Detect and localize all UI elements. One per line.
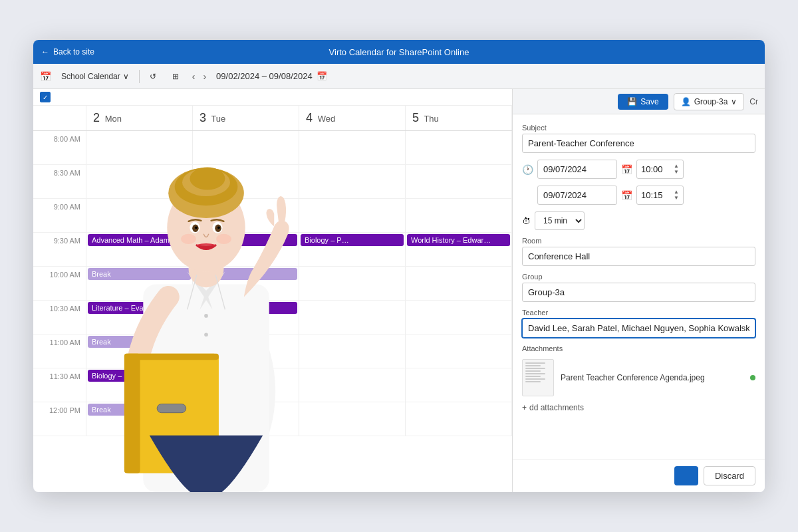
calendar-picker-icon[interactable]: 📅 — [317, 71, 327, 81]
cell-2-3[interactable] — [406, 199, 512, 232]
attachment-item-0: Parent Teacher Conference Agenda.jpeg — [522, 356, 755, 399]
cell-5-2[interactable] — [299, 301, 406, 334]
cell-8-2[interactable] — [299, 402, 406, 436]
start-time-up[interactable]: ▲ — [674, 164, 679, 169]
cell-4-3[interactable] — [406, 267, 512, 300]
calendar-name-button[interactable]: School Calendar ∨ — [55, 69, 135, 84]
attachments-section: Attachments — [522, 344, 755, 412]
cell-5-3[interactable] — [406, 301, 512, 334]
cell-3-1[interactable]: Literat… — [193, 233, 299, 266]
cell-0-3[interactable] — [406, 131, 512, 164]
day-header-1: 3 Tue — [193, 106, 299, 130]
event-break-1[interactable]: Br… — [194, 268, 297, 280]
cell-7-3[interactable] — [406, 368, 512, 402]
end-time-down[interactable]: ▼ — [674, 196, 679, 201]
back-to-site-link[interactable]: ← Back to site — [41, 47, 94, 57]
cell-5-0[interactable]: Literature – Evans — [86, 301, 193, 334]
start-calendar-icon[interactable]: 📅 — [621, 164, 632, 175]
cell-4-2[interactable] — [299, 267, 406, 300]
event-adv-math[interactable]: Advanced Math – Adams — [88, 234, 191, 246]
cell-0-1[interactable] — [193, 131, 299, 164]
cell-8-3[interactable] — [406, 402, 512, 436]
cell-2-2[interactable] — [299, 199, 406, 232]
cell-3-3[interactable]: World History – Edwar… — [406, 233, 512, 266]
event-break-0[interactable]: Break — [88, 268, 191, 280]
cell-5-1[interactable]: …th – B… — [193, 301, 299, 334]
cell-1-0[interactable] — [86, 165, 193, 198]
discard-button[interactable]: Discard — [704, 466, 755, 485]
event-break-2[interactable]: Break — [88, 336, 191, 348]
next-week-button[interactable]: › — [200, 70, 209, 83]
event-literature[interactable]: Literat… — [194, 234, 297, 246]
group-label: Group — [522, 273, 755, 281]
start-date-input[interactable] — [537, 160, 617, 179]
refresh-icon: ↺ — [150, 72, 156, 81]
grid-view-button[interactable]: ⊞ — [166, 69, 185, 84]
group-dropdown-button[interactable]: 👤 Group-3a ∨ — [674, 93, 745, 110]
cell-6-2[interactable] — [299, 334, 406, 368]
cell-7-2[interactable] — [299, 368, 406, 402]
app-window: ← Back to site Virto Calendar for ShareP… — [33, 40, 765, 492]
cell-8-0[interactable]: Break — [86, 402, 193, 436]
end-time-up[interactable]: ▲ — [674, 190, 679, 195]
cell-7-1[interactable] — [193, 368, 299, 402]
day-header-2: 4 Wed — [299, 106, 406, 130]
subject-input[interactable] — [522, 134, 755, 153]
clock-icon: 🕐 — [522, 164, 533, 175]
room-input[interactable] — [522, 247, 755, 266]
event-biology-perez[interactable]: Biology – Perez — [88, 370, 191, 382]
back-arrow-icon: ← — [41, 47, 49, 57]
event-world-history[interactable]: World History – Edwar… — [407, 234, 510, 246]
time-label-6: 11:00 AM — [33, 334, 86, 368]
subject-label: Subject — [522, 124, 755, 132]
cell-1-2[interactable] — [299, 165, 406, 198]
cell-7-0[interactable]: Biology – Perez — [86, 368, 193, 402]
end-date-input[interactable] — [537, 186, 617, 205]
room-label: Room — [522, 237, 755, 245]
save-button[interactable]: 💾 Save — [618, 94, 668, 110]
group-input[interactable] — [522, 283, 755, 302]
calendar-body[interactable]: 8:00 AM 8:30 AM 9:00 AM — [33, 131, 512, 492]
cell-2-0[interactable] — [86, 199, 193, 232]
side-panel-footer: Discard — [513, 459, 765, 492]
save-footer-button[interactable] — [674, 466, 698, 485]
cell-2-1[interactable] — [193, 199, 299, 232]
time-row-2: 9:00 AM — [33, 199, 512, 233]
event-literature-evans[interactable]: Literature – Evans — [88, 302, 191, 314]
cell-1-3[interactable] — [406, 165, 512, 198]
event-math-b[interactable]: …th – B… — [194, 302, 297, 314]
thumb-line-7 — [525, 378, 545, 380]
event-break-3[interactable]: Break — [88, 404, 191, 416]
cell-3-2[interactable]: Biology – P… — [299, 233, 406, 266]
teacher-input[interactable] — [522, 319, 755, 338]
cell-4-0[interactable]: Break — [86, 267, 193, 300]
calendar-area: ✓ 2 Mon 3 Tue 4 Wed 5 Thu — [33, 89, 512, 492]
end-time-input[interactable] — [641, 190, 671, 200]
attachment-status-0 — [750, 375, 755, 380]
select-all-checkbox[interactable]: ✓ — [40, 92, 51, 102]
event-biology-p[interactable]: Biology – P… — [301, 234, 404, 246]
cell-6-0[interactable]: Break — [86, 334, 193, 368]
add-attachments-link[interactable]: + dd attachments — [522, 403, 755, 412]
time-label-5: 10:30 AM — [33, 301, 86, 334]
prev-week-button[interactable]: ‹ — [189, 70, 199, 83]
cell-6-3[interactable] — [406, 334, 512, 368]
refresh-button[interactable]: ↺ — [144, 69, 162, 84]
cell-6-1[interactable] — [193, 334, 299, 368]
start-time-down[interactable]: ▼ — [674, 170, 679, 175]
cell-8-1[interactable] — [193, 402, 299, 436]
thumb-line-4 — [525, 370, 541, 372]
cell-0-0[interactable] — [86, 131, 193, 164]
end-calendar-icon[interactable]: 📅 — [621, 190, 632, 201]
attachments-label: Attachments — [522, 344, 755, 352]
add-icon: + — [522, 403, 527, 412]
cell-3-0[interactable]: Advanced Math – Adams — [86, 233, 193, 266]
cr-button[interactable]: Cr — [749, 97, 758, 106]
cell-0-2[interactable] — [299, 131, 406, 164]
cell-4-1[interactable]: Br… — [193, 267, 299, 300]
duration-select[interactable]: 15 min 30 min 45 min 1 hour — [535, 211, 585, 230]
time-row-1: 8:30 AM — [33, 165, 512, 199]
cell-1-1[interactable] — [193, 165, 299, 198]
thumb-line-6 — [525, 376, 541, 377]
start-time-input[interactable] — [641, 164, 671, 174]
